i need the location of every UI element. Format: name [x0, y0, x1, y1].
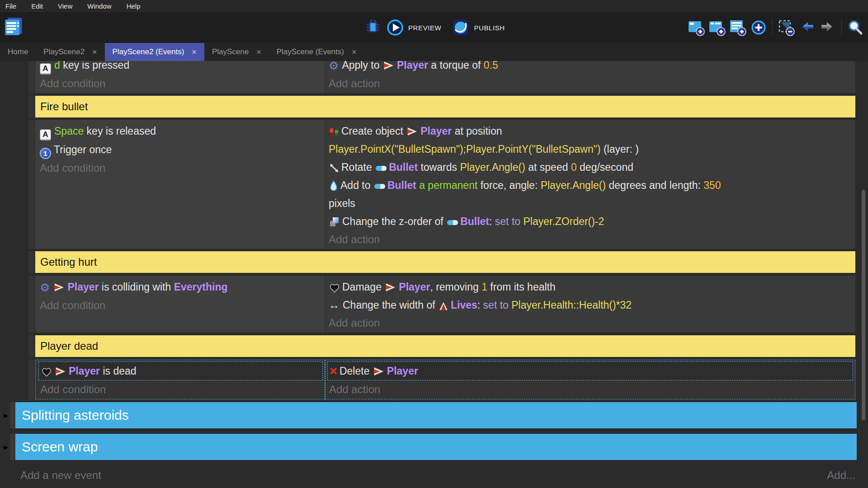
actions-cell: ×Delete Player Add action	[325, 360, 855, 399]
condition-text: is colliding with	[99, 281, 174, 293]
tab-playscene-events[interactable]: PlayScene (Events) ×	[269, 43, 364, 61]
action-add-force[interactable]: Add to Bullet a permanent force, angle: …	[329, 176, 855, 212]
player-ship-icon	[406, 126, 418, 137]
add-more-button[interactable]: Add...	[827, 469, 855, 482]
operator-text: set to	[495, 216, 520, 227]
add-action-button[interactable]: Add action	[329, 314, 855, 332]
player-ship-icon	[53, 282, 65, 293]
tab-close-icon[interactable]: ×	[352, 47, 357, 57]
group-screen-wrap[interactable]: Screen wrap	[15, 434, 857, 460]
action-create-object[interactable]: Create object Player at position Player.…	[329, 122, 855, 158]
event-drag-handle[interactable]	[28, 251, 35, 273]
event-drag-handle[interactable]	[28, 61, 35, 93]
add-condition-button[interactable]: Add condition	[40, 380, 325, 399]
preview-icon[interactable]	[386, 19, 404, 37]
add-condition-button[interactable]: Add condition	[40, 75, 325, 93]
preview-button[interactable]: PREVIEW	[408, 24, 441, 32]
add-new-event-button[interactable]: Add a new event	[20, 469, 101, 482]
action-text: Delete	[340, 365, 373, 377]
debugger-icon[interactable]	[364, 19, 382, 37]
object-name: Player	[67, 281, 99, 293]
tab-label: PlayScene	[212, 47, 249, 56]
event-drag-handle[interactable]	[28, 276, 35, 333]
publish-button[interactable]: PUBLISH	[474, 24, 505, 32]
action-text: at position	[452, 125, 502, 137]
action-change-width[interactable]: ↔Change the width of Lives: set to Playe…	[329, 296, 855, 314]
tab-playscene[interactable]: PlayScene ×	[204, 43, 269, 61]
action-rotate[interactable]: Rotate Bullet towards Player.Angle() at …	[329, 158, 855, 176]
vertical-scrollbar[interactable]	[862, 190, 865, 420]
parameter-value: 0	[571, 161, 577, 173]
menu-file[interactable]: File	[5, 2, 16, 10]
tab-close-icon[interactable]: ×	[92, 47, 97, 57]
object-name: Player	[399, 281, 430, 293]
undo-icon[interactable]	[798, 19, 816, 37]
action-text: , removing	[430, 281, 481, 293]
action-damage[interactable]: Damage Player, removing 1 from its healt…	[329, 278, 855, 296]
action-apply-torque[interactable]: ⚙Apply to Player a torque of 0.5	[329, 61, 855, 75]
tab-close-icon[interactable]: ×	[256, 47, 261, 57]
action-change-zorder[interactable]: Change the z-order of Bullet: set to Pla…	[329, 212, 855, 230]
event-row: ⚙Player is colliding with Everything Add…	[28, 276, 855, 333]
group-splitting-asteroids[interactable]: Splitting asteroids	[15, 402, 857, 428]
condition-player-dead[interactable]: Player is dead	[38, 361, 323, 380]
comment-getting-hurt[interactable]: Getting hurt	[35, 251, 855, 273]
deselect-icon[interactable]	[777, 19, 795, 37]
menu-help[interactable]: Help	[127, 2, 141, 10]
condition-collision[interactable]: ⚙Player is colliding with Everything	[40, 278, 325, 296]
player-ship-icon	[383, 61, 395, 71]
comment-player-dead[interactable]: Player dead	[35, 335, 855, 357]
menu-view[interactable]: View	[58, 2, 72, 10]
player-ship-icon	[373, 366, 385, 377]
events-footer: Add a new event Add...	[20, 469, 855, 482]
event-drag-handle[interactable]	[28, 335, 35, 357]
add-subevent-icon[interactable]	[708, 19, 726, 37]
z-order-icon	[329, 216, 340, 227]
event-drag-handle[interactable]	[28, 360, 35, 399]
action-text: Create object	[341, 125, 406, 137]
event-drag-handle[interactable]	[28, 96, 35, 117]
add-condition-button[interactable]: Add condition	[40, 296, 325, 314]
action-text: Change the width of	[343, 299, 438, 311]
add-action-button[interactable]: Add action	[329, 380, 855, 399]
publish-icon[interactable]	[452, 19, 470, 37]
search-icon[interactable]	[846, 19, 864, 37]
redo-icon[interactable]	[819, 19, 837, 37]
condition-key-released[interactable]: ASpace key is released	[40, 122, 325, 141]
actions-cell: Create object Player at position Player.…	[325, 120, 855, 249]
event-drag-handle[interactable]	[10, 434, 15, 460]
event-drag-handle[interactable]	[28, 120, 35, 249]
tab-playscene2-events[interactable]: PlayScene2 (Events) ×	[105, 43, 204, 61]
comment-fire-bullet[interactable]: Fire bullet	[35, 96, 855, 117]
add-action-button[interactable]: Add action	[329, 75, 855, 93]
conditions-cell: ASpace key is released 1Trigger once Add…	[35, 120, 325, 249]
action-text: :	[489, 216, 495, 227]
collapse-arrow-icon[interactable]: ▶	[4, 402, 10, 428]
tab-home[interactable]: Home	[0, 43, 36, 61]
object-name: Bullet	[387, 179, 416, 191]
physics-gear-icon: ⚙	[329, 61, 339, 72]
tab-playscene2[interactable]: PlayScene2 ×	[36, 43, 104, 61]
add-condition-button[interactable]: Add condition	[40, 159, 325, 177]
event-drag-handle[interactable]	[10, 402, 15, 428]
action-text: from its health	[487, 281, 556, 293]
action-text: Rotate	[341, 161, 375, 173]
menu-edit[interactable]: Edit	[31, 2, 43, 10]
bullet-icon	[374, 184, 385, 189]
condition-text: Trigger once	[54, 144, 112, 155]
action-text: force, angle:	[477, 179, 540, 191]
add-more-icon[interactable]	[750, 19, 768, 37]
collapse-arrow-icon[interactable]: ▶	[4, 434, 10, 460]
actions-cell: Damage Player, removing 1 from its healt…	[325, 276, 855, 333]
heart-icon	[329, 283, 340, 293]
add-event-icon[interactable]	[687, 19, 705, 37]
project-manager-icon[interactable]	[4, 17, 24, 37]
condition-key-pressed[interactable]: Ad key is pressed	[40, 61, 325, 75]
menu-window[interactable]: Window	[87, 2, 111, 10]
add-action-button[interactable]: Add action	[329, 230, 855, 249]
condition-trigger-once[interactable]: 1Trigger once	[40, 141, 325, 160]
condition-text: key is pressed	[60, 61, 129, 71]
tab-close-icon[interactable]: ×	[192, 47, 197, 57]
action-delete-player[interactable]: ×Delete Player	[327, 361, 853, 380]
add-comment-icon[interactable]	[729, 19, 747, 37]
